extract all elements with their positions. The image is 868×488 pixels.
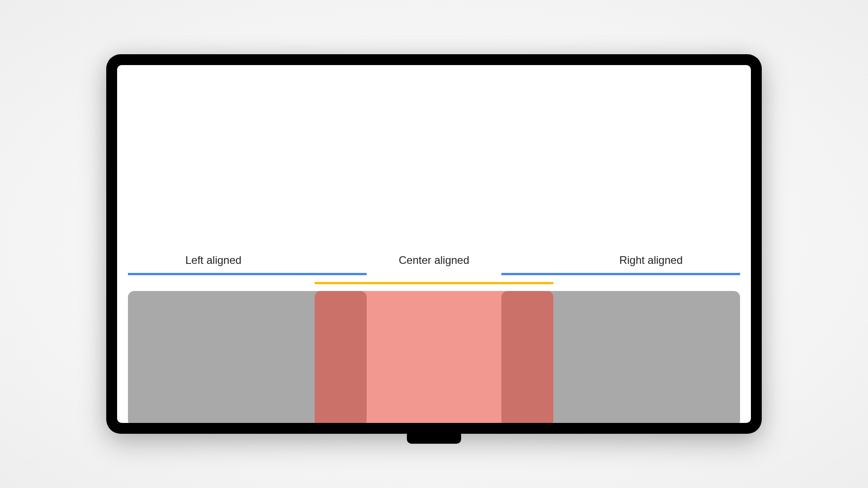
rule-center xyxy=(315,282,553,284)
card-center-aligned xyxy=(315,291,553,423)
diagram-content: Left aligned Center aligned Right aligne… xyxy=(128,65,740,423)
tv-frame: Left aligned Center aligned Right aligne… xyxy=(106,54,762,434)
tv-stand xyxy=(407,431,461,444)
rule-right xyxy=(501,273,740,275)
alignment-labels-row: Left aligned Center aligned Right aligne… xyxy=(128,254,740,267)
label-center-aligned: Center aligned xyxy=(399,254,469,267)
label-left-aligned: Left aligned xyxy=(185,254,241,267)
rule-left xyxy=(128,273,367,275)
tv-screen: Left aligned Center aligned Right aligne… xyxy=(117,65,751,423)
cards-row xyxy=(128,291,740,423)
label-right-aligned: Right aligned xyxy=(619,254,683,267)
